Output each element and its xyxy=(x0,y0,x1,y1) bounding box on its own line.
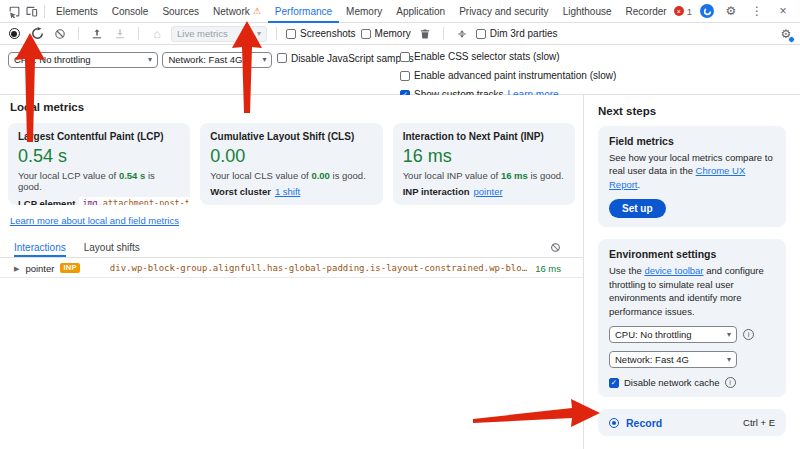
tab-elements[interactable]: Elements xyxy=(49,0,105,23)
network-throttling-select[interactable]: Network: Fast 4G ▾ xyxy=(162,52,272,68)
ai-assistant-icon[interactable] xyxy=(700,4,714,18)
log-tabbar: Interactions Layout shifts xyxy=(0,238,583,258)
inp-description: Your local INP value of 16 ms is good. xyxy=(403,170,565,181)
sidebar-cpu-select[interactable]: CPU: No throttling ▾ xyxy=(609,326,737,343)
inp-interaction-label: INP interaction xyxy=(403,186,470,197)
expand-row-icon[interactable]: ▶ xyxy=(14,265,19,272)
dim-3rd-parties-checkbox[interactable]: Dim 3rd parties xyxy=(476,28,558,39)
metric-cards: Largest Contentful Paint (LCP) 0.54 s Yo… xyxy=(8,123,575,205)
disable-js-samples-checkbox[interactable]: Disable JavaScript samples xyxy=(277,53,414,64)
screenshots-label: Screenshots xyxy=(300,28,356,39)
inspect-element-icon[interactable] xyxy=(6,2,23,20)
tab-console[interactable]: Console xyxy=(105,0,156,23)
css-selector-stats-checkbox[interactable]: Enable CSS selector stats (slow) xyxy=(400,51,616,62)
clear-log-icon[interactable] xyxy=(550,238,573,257)
tab-privacy-and-security[interactable]: Privacy and security xyxy=(452,0,555,23)
error-counter[interactable]: × 1 xyxy=(674,6,692,17)
lcp-title: Largest Contentful Paint (LCP) xyxy=(18,131,180,142)
record-button[interactable]: Record Ctrl + E xyxy=(598,409,786,436)
info-icon[interactable]: i xyxy=(725,377,736,388)
advanced-settings: Enable CSS selector stats (slow) Enable … xyxy=(400,51,616,100)
tab-recorder[interactable]: Recorder xyxy=(619,0,674,23)
tab-lighthouse[interactable]: Lighthouse xyxy=(556,0,619,23)
disable-network-cache-checkbox[interactable]: ✓ Disable network cache i xyxy=(609,377,775,388)
tab-performance[interactable]: Performance xyxy=(268,0,339,23)
record-and-reload-icon[interactable] xyxy=(28,25,46,43)
record-icon[interactable] xyxy=(5,25,23,43)
inp-footer: INP interaction pointer xyxy=(403,186,565,197)
inp-badge: INP xyxy=(60,263,79,274)
collect-garbage-icon[interactable] xyxy=(416,25,434,43)
network-throttling-value: Network: Fast 4G xyxy=(168,54,242,65)
close-devtools-icon[interactable]: × xyxy=(774,2,792,20)
record-shortcut: Ctrl + E xyxy=(743,417,775,428)
field-metrics-card: Field metrics See how your local metrics… xyxy=(598,126,786,227)
memory-checkbox[interactable]: Memory xyxy=(361,28,411,39)
chevron-down-icon: ▾ xyxy=(262,56,266,64)
more-menu-icon[interactable]: ⋮ xyxy=(748,2,766,20)
lcp-element-chip[interactable]: img.attachment-post-thumb… xyxy=(79,197,190,205)
lcp-element-label: LCP element xyxy=(18,198,75,206)
inp-value: 16 ms xyxy=(403,146,565,167)
cls-card: Cumulative Layout Shift (CLS) 0.00 Your … xyxy=(200,123,382,205)
panel-tabs: Elements Console Sources Network ⚠ Perfo… xyxy=(49,0,674,23)
next-steps-title: Next steps xyxy=(598,105,786,117)
checkbox xyxy=(400,52,410,62)
tabbar-right-controls: × 1 ⚙ ⋮ × xyxy=(674,2,794,20)
tab-network[interactable]: Network ⚠ xyxy=(206,0,268,23)
inp-title: Interaction to Next Paint (INP) xyxy=(403,131,565,142)
tab-sources[interactable]: Sources xyxy=(155,0,206,23)
chevron-down-icon: ▾ xyxy=(727,356,731,364)
tab-layout-shifts[interactable]: Layout shifts xyxy=(84,238,140,257)
environment-settings-body: Use the device toolbar and configure thr… xyxy=(609,264,775,318)
screenshots-checkbox[interactable]: Screenshots xyxy=(286,28,356,39)
paint-instrumentation-label: Enable advanced paint instrumentation (s… xyxy=(414,70,616,81)
tab-interactions[interactable]: Interactions xyxy=(14,238,66,257)
devtools-tabbar: Elements Console Sources Network ⚠ Perfo… xyxy=(0,0,800,23)
worst-cluster-link[interactable]: 1 shift xyxy=(275,186,300,197)
load-profile-icon[interactable] xyxy=(88,25,106,43)
cls-footer: Worst cluster 1 shift xyxy=(210,186,372,197)
interaction-row[interactable]: ▶ pointer INP div.wp-block-group.alignfu… xyxy=(0,259,583,278)
lcp-footer: LCP element img.attachment-post-thumb… xyxy=(18,197,180,205)
interaction-name: pointer xyxy=(25,263,54,274)
divider xyxy=(44,5,45,18)
local-metrics-title: Local metrics xyxy=(10,101,84,113)
save-profile-icon xyxy=(111,25,129,43)
warning-icon: ⚠ xyxy=(253,7,261,16)
inp-interaction-link[interactable]: pointer xyxy=(474,186,503,197)
interaction-duration: 16 ms xyxy=(535,263,561,274)
error-icon: × xyxy=(674,6,684,16)
capture-settings-strip: CPU: No throttling ▾ Network: Fast 4G ▾ … xyxy=(0,46,800,95)
lcp-description: Your local LCP value of 0.54 s is good. xyxy=(18,170,180,192)
live-metrics-select: Live metrics ▾ xyxy=(171,26,267,42)
sidebar-network-row: Network: Fast 4G ▾ xyxy=(609,351,775,368)
tab-memory[interactable]: Memory xyxy=(339,0,389,23)
interaction-target: div.wp-block-group.alignfull.has-global-… xyxy=(110,263,529,273)
capture-settings-gear-icon[interactable]: ⚙ xyxy=(777,25,795,43)
cpu-throttling-select[interactable]: CPU: No throttling ▾ xyxy=(8,52,158,68)
settings-gear-icon[interactable]: ⚙ xyxy=(722,2,740,20)
local-field-metrics-link[interactable]: Learn more about local and field metrics xyxy=(10,215,179,226)
info-icon[interactable]: i xyxy=(743,329,754,340)
field-metrics-title: Field metrics xyxy=(609,135,775,147)
divider xyxy=(276,27,277,40)
sidebar-network-select[interactable]: Network: Fast 4G ▾ xyxy=(609,351,737,368)
tab-label: Network xyxy=(213,6,250,17)
checkbox xyxy=(361,29,371,39)
expand-tracks-icon[interactable] xyxy=(453,25,471,43)
device-toolbar-link[interactable]: device toolbar xyxy=(644,265,703,276)
environment-settings-card: Environment settings Use the device tool… xyxy=(598,239,786,397)
set-up-button[interactable]: Set up xyxy=(609,199,666,218)
clear-icon[interactable] xyxy=(51,25,69,43)
tab-application[interactable]: Application xyxy=(389,0,452,23)
local-metrics-panel: Local metrics Largest Contentful Paint (… xyxy=(0,95,583,449)
live-metrics-label: Live metrics xyxy=(177,28,228,39)
checkbox xyxy=(476,29,486,39)
sidebar-network-value: Network: Fast 4G xyxy=(615,354,689,365)
device-toolbar-icon[interactable] xyxy=(23,2,40,20)
inp-card: Interaction to Next Paint (INP) 16 ms Yo… xyxy=(393,123,575,205)
divider xyxy=(443,27,444,40)
paint-instrumentation-checkbox[interactable]: Enable advanced paint instrumentation (s… xyxy=(400,70,616,81)
throttling-settings: CPU: No throttling ▾ Network: Fast 4G ▾ … xyxy=(8,49,414,74)
